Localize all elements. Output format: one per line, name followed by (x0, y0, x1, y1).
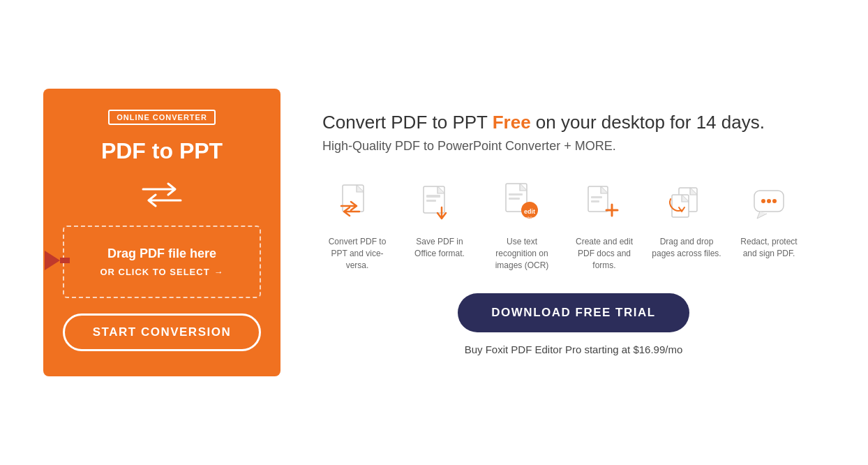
panel-title: PDF to PPT (101, 138, 223, 164)
headline-free: Free (493, 112, 531, 133)
svg-rect-1 (60, 258, 70, 263)
drop-zone-sub: OR CLICK TO SELECT → (100, 267, 223, 277)
feature-convert-label: Convert PDF to PPT and vice-versa. (322, 236, 392, 271)
feature-save-label: Save PDF in Office format. (405, 236, 474, 260)
feature-create-label: Create and edit PDF docs and forms. (569, 236, 639, 271)
svg-rect-7 (509, 193, 523, 195)
feature-redact-label: Redact, protect and sign PDF. (734, 236, 804, 260)
convert-arrows-icon (137, 179, 186, 210)
svg-rect-13 (591, 196, 602, 198)
create-icon (578, 176, 631, 229)
svg-point-19 (767, 199, 771, 203)
svg-rect-4 (426, 195, 440, 198)
feature-save: Save PDF in Office format. (405, 176, 474, 260)
svg-marker-0 (45, 251, 60, 270)
headline-block: Convert PDF to PPT Free on your desktop … (322, 110, 765, 154)
headline-part1: Convert PDF to PPT (322, 112, 493, 133)
svg-text:edit: edit (524, 208, 535, 215)
drop-zone[interactable]: Drag PDF file here OR CLICK TO SELECT → (63, 226, 261, 298)
features-row: Convert PDF to PPT and vice-versa. Save (322, 176, 804, 271)
ocr-icon: edit able (495, 176, 548, 229)
svg-rect-16 (672, 195, 689, 217)
feature-ocr-label: Use text recognition on images (OCR) (487, 236, 557, 271)
left-panel: ONLINE CONVERTER PDF to PPT Drag PDF fil… (43, 89, 280, 376)
download-free-trial-button[interactable]: DOWNLOAD FREE TRIAL (458, 293, 689, 332)
convert-icon (331, 176, 384, 229)
subheadline: High-Quality PDF to PowerPoint Converter… (322, 139, 765, 154)
headline-part2: on your desktop for 14 days. (531, 112, 765, 133)
drop-zone-text: Drag PDF file here (107, 246, 216, 261)
feature-drag-label: Drag and drop pages across files. (652, 236, 721, 260)
feature-convert: Convert PDF to PPT and vice-versa. (322, 176, 392, 271)
cta-section: DOWNLOAD FREE TRIAL Buy Foxit PDF Editor… (322, 293, 825, 355)
svg-rect-14 (591, 200, 599, 202)
headline: Convert PDF to PPT Free on your desktop … (322, 110, 765, 135)
feature-drag: Drag and drop pages across files. (652, 176, 721, 260)
start-conversion-button[interactable]: START CONVERSION (63, 313, 261, 351)
svg-rect-8 (509, 198, 520, 200)
drop-arrow-icon (45, 251, 70, 273)
badge: ONLINE CONVERTER (108, 110, 216, 125)
drag-icon (660, 176, 713, 229)
redact-icon (742, 176, 795, 229)
svg-text:able: able (525, 216, 534, 221)
svg-rect-5 (426, 200, 436, 202)
feature-create: Create and edit PDF docs and forms. (569, 176, 639, 271)
page-wrapper: ONLINE CONVERTER PDF to PPT Drag PDF fil… (15, 61, 853, 404)
right-panel: Convert PDF to PPT Free on your desktop … (322, 110, 825, 356)
drop-arrow-right: → (214, 267, 224, 277)
save-icon (413, 176, 466, 229)
svg-point-20 (772, 199, 777, 203)
feature-redact: Redact, protect and sign PDF. (734, 176, 804, 260)
feature-ocr: edit able Use text recognition on images… (487, 176, 557, 271)
svg-point-18 (761, 199, 765, 203)
buy-text: Buy Foxit PDF Editor Pro starting at $16… (322, 344, 825, 355)
